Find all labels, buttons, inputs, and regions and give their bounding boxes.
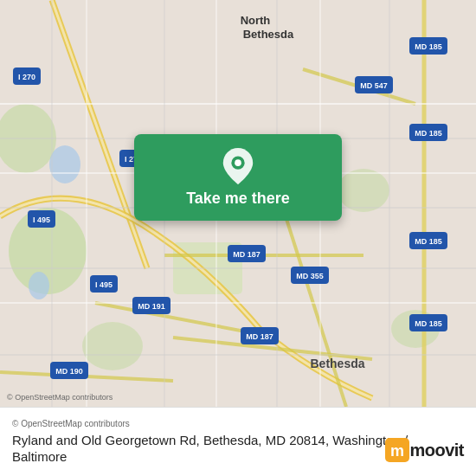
svg-text:m: m xyxy=(390,442,404,460)
bottom-bar: © OpenStreetMap contributors Ryland and … xyxy=(0,407,476,476)
svg-text:MD 185: MD 185 xyxy=(415,237,442,246)
svg-text:MD 185: MD 185 xyxy=(415,319,442,328)
svg-text:Bethesda: Bethesda xyxy=(243,28,294,41)
svg-text:MD 191: MD 191 xyxy=(138,302,165,311)
svg-text:I 270: I 270 xyxy=(18,73,35,81)
cta-button-label: Take me there xyxy=(186,190,290,208)
svg-text:MD 190: MD 190 xyxy=(55,367,83,376)
moovit-brand-text: moovit xyxy=(409,441,464,460)
svg-text:I 495: I 495 xyxy=(33,215,50,224)
svg-text:I 495: I 495 xyxy=(95,280,113,289)
svg-text:MD 547: MD 547 xyxy=(360,81,388,90)
moovit-logo: m moovit xyxy=(385,438,464,462)
svg-text:MD 355: MD 355 xyxy=(296,272,324,280)
svg-point-4 xyxy=(338,169,389,212)
location-pin-icon xyxy=(222,148,254,184)
moovit-icon: m xyxy=(385,438,409,462)
svg-text:MD 185: MD 185 xyxy=(415,129,442,138)
svg-point-8 xyxy=(29,272,49,299)
take-me-there-button[interactable]: Take me there xyxy=(134,134,342,221)
map-attribution: © OpenStreetMap contributors xyxy=(12,419,464,428)
svg-text:MD 185: MD 185 xyxy=(415,42,442,51)
svg-point-65 xyxy=(235,159,241,166)
svg-text:Bethesda: Bethesda xyxy=(310,357,364,370)
svg-text:© OpenStreetMap contributors: © OpenStreetMap contributors xyxy=(7,393,113,402)
svg-text:MD 187: MD 187 xyxy=(246,332,273,341)
svg-point-7 xyxy=(49,145,80,183)
map-container: I 270 I 270 I 495 I 495 MD 185 MD 185 MD… xyxy=(0,0,476,407)
svg-text:North: North xyxy=(241,14,271,27)
svg-text:MD 187: MD 187 xyxy=(233,250,261,259)
svg-point-6 xyxy=(82,322,143,370)
